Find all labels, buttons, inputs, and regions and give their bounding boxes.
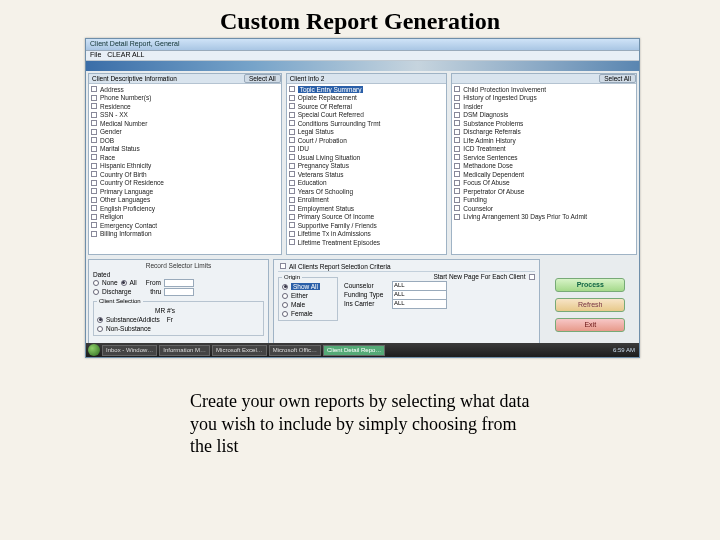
list-item[interactable]: Living Arrangement 30 Days Prior To Admi…	[454, 213, 634, 222]
thru-date-input[interactable]	[164, 288, 194, 296]
checkbox-icon[interactable]	[454, 214, 460, 220]
checkbox-icon[interactable]	[289, 171, 295, 177]
checkbox-icon[interactable]	[91, 163, 97, 169]
list-item[interactable]: Pregnancy Status	[289, 162, 445, 171]
list-item[interactable]: IDU	[289, 145, 445, 154]
checkbox-icon[interactable]	[454, 205, 460, 211]
checkbox-icon[interactable]	[91, 146, 97, 152]
checkbox-icon[interactable]	[454, 129, 460, 135]
list-item[interactable]: Enrollment	[289, 196, 445, 205]
checkbox-icon[interactable]	[289, 137, 295, 143]
list-item[interactable]: English Proficiency	[91, 204, 279, 213]
checkbox-icon[interactable]	[289, 231, 295, 237]
refresh-button[interactable]: Refresh	[555, 298, 625, 312]
radio-none[interactable]	[93, 280, 99, 286]
list-item[interactable]: Veterans Status	[289, 170, 445, 179]
list-item[interactable]: Lifetime Treatment Episodes	[289, 238, 445, 247]
list-clinical[interactable]: Child Protection InvolvementHistory of I…	[452, 84, 636, 254]
list-item[interactable]: DSM Diagnosis	[454, 111, 634, 120]
inscarrier-select[interactable]: ALL	[392, 299, 447, 309]
radio-nonsubstance[interactable]	[97, 326, 103, 332]
list-item[interactable]: Service Sentences	[454, 153, 634, 162]
list-item[interactable]: Years Of Schooling	[289, 187, 445, 196]
list-item[interactable]: Religion	[91, 213, 279, 222]
list-client-info[interactable]: Topic Entry SummaryOpiate ReplacementSou…	[287, 84, 447, 254]
checkbox-icon[interactable]	[454, 197, 460, 203]
origin-radio[interactable]	[282, 302, 288, 308]
checkbox-icon[interactable]	[289, 205, 295, 211]
checkbox-icon[interactable]	[454, 188, 460, 194]
list-item[interactable]: ICD Treatment	[454, 145, 634, 154]
start-page-checkbox[interactable]	[529, 274, 535, 280]
checkbox-icon[interactable]	[91, 231, 97, 237]
list-item[interactable]: DOB	[91, 136, 279, 145]
list-item[interactable]: Race	[91, 153, 279, 162]
list-item[interactable]: Gender	[91, 128, 279, 137]
list-item[interactable]: Primary Language	[91, 187, 279, 196]
checkbox-icon[interactable]	[91, 103, 97, 109]
checkbox-icon[interactable]	[91, 129, 97, 135]
radio-discharge[interactable]	[93, 289, 99, 295]
list-item[interactable]: Substance Problems	[454, 119, 634, 128]
list-item[interactable]: Source Of Referral	[289, 102, 445, 111]
list-item[interactable]: Opiate Replacement	[289, 94, 445, 103]
checkbox-icon[interactable]	[289, 180, 295, 186]
radio-all[interactable]	[121, 280, 127, 286]
taskbar-button[interactable]: Information M…	[159, 345, 210, 356]
checkbox-icon[interactable]	[454, 171, 460, 177]
checkbox-icon[interactable]	[289, 197, 295, 203]
list-item[interactable]: Child Protection Involvement	[454, 85, 634, 94]
list-item[interactable]: Country Of Birth	[91, 170, 279, 179]
selection-criteria-checkbox[interactable]	[280, 263, 286, 269]
list-item[interactable]: Emergency Contact	[91, 221, 279, 230]
list-item[interactable]: SSN - XX	[91, 111, 279, 120]
list-item[interactable]: Usual Living Situation	[289, 153, 445, 162]
checkbox-icon[interactable]	[289, 239, 295, 245]
checkbox-icon[interactable]	[289, 188, 295, 194]
checkbox-icon[interactable]	[289, 163, 295, 169]
checkbox-icon[interactable]	[454, 137, 460, 143]
list-item[interactable]: Perpetrator Of Abuse	[454, 187, 634, 196]
list-item[interactable]: Hispanic Ethnicity	[91, 162, 279, 171]
checkbox-icon[interactable]	[91, 205, 97, 211]
checkbox-icon[interactable]	[91, 137, 97, 143]
list-item[interactable]: Phone Number(s)	[91, 94, 279, 103]
list-item[interactable]: Life Admin History	[454, 136, 634, 145]
checkbox-icon[interactable]	[91, 180, 97, 186]
list-client-descriptive[interactable]: AddressPhone Number(s)ResidenceSSN - XXM…	[89, 84, 281, 254]
checkbox-icon[interactable]	[454, 154, 460, 160]
checkbox-icon[interactable]	[91, 112, 97, 118]
checkbox-icon[interactable]	[454, 112, 460, 118]
checkbox-icon[interactable]	[91, 120, 97, 126]
list-item[interactable]: Lifetime Tx in Admissions	[289, 230, 445, 239]
list-item[interactable]: Medical Number	[91, 119, 279, 128]
from-date-input[interactable]	[164, 279, 194, 287]
checkbox-icon[interactable]	[91, 222, 97, 228]
list-item[interactable]: Country Of Residence	[91, 179, 279, 188]
radio-substance[interactable]	[97, 317, 103, 323]
list-item[interactable]: Supportive Family / Friends	[289, 221, 445, 230]
checkbox-icon[interactable]	[91, 197, 97, 203]
checkbox-icon[interactable]	[289, 95, 295, 101]
panel-right-selectall-button[interactable]: Select All	[599, 74, 636, 83]
checkbox-icon[interactable]	[454, 180, 460, 186]
checkbox-icon[interactable]	[91, 214, 97, 220]
checkbox-icon[interactable]	[454, 120, 460, 126]
checkbox-icon[interactable]	[91, 86, 97, 92]
list-item[interactable]: Education	[289, 179, 445, 188]
list-item[interactable]: History of Ingested Drugs	[454, 94, 634, 103]
panel-left-selectall-button[interactable]: Select All	[244, 74, 281, 83]
start-orb-icon[interactable]	[88, 344, 100, 356]
list-item[interactable]: Legal Status	[289, 128, 445, 137]
list-item[interactable]: Residence	[91, 102, 279, 111]
checkbox-icon[interactable]	[289, 129, 295, 135]
taskbar[interactable]: Inbox - Window…Information M…Microsoft E…	[86, 343, 639, 357]
checkbox-icon[interactable]	[289, 146, 295, 152]
origin-radio[interactable]	[282, 311, 288, 317]
checkbox-icon[interactable]	[289, 120, 295, 126]
menu-clear[interactable]: CLEAR ALL	[107, 51, 144, 58]
checkbox-icon[interactable]	[454, 95, 460, 101]
checkbox-icon[interactable]	[91, 188, 97, 194]
list-item[interactable]: Marital Status	[91, 145, 279, 154]
checkbox-icon[interactable]	[454, 103, 460, 109]
